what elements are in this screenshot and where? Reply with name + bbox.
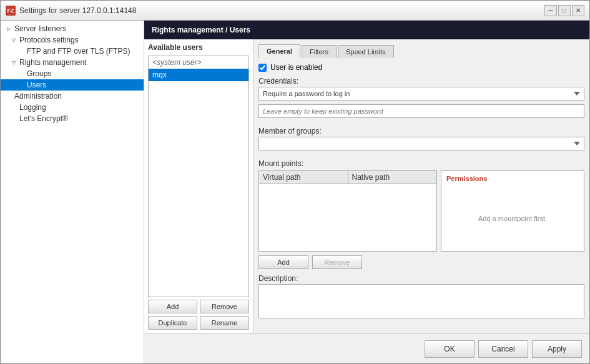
users-panel: Available users <system user> mqx Add Re… — [144, 39, 253, 333]
sidebar-label: Rights management — [19, 58, 86, 67]
expand-arrow — [11, 104, 17, 111]
credentials-section: Credentials: Require a password to log i… — [258, 77, 584, 122]
credentials-dropdown[interactable]: Require a password to log in No password… — [258, 87, 584, 101]
sidebar-item-groups[interactable]: Groups — [1, 68, 144, 79]
sidebar-label: Protocols settings — [19, 36, 79, 44]
title-bar: FZ Settings for server 127.0.0.1:14148 ─… — [1, 1, 589, 21]
expand-arrow: ▽ — [11, 59, 17, 66]
mount-table[interactable]: Virtual path Native path — [258, 170, 437, 252]
permissions-box: Permissions Add a mountpoint first. — [441, 170, 584, 252]
mount-table-area: Virtual path Native path Permissions Add… — [258, 170, 584, 252]
credentials-label: Credentials: — [258, 77, 584, 86]
user-enabled-label: User is enabled — [270, 63, 322, 72]
description-section: Description: — [258, 274, 584, 320]
sidebar-item-users[interactable]: Users — [1, 79, 144, 91]
apply-button[interactable]: Apply — [532, 340, 582, 358]
system-user-item[interactable]: <system user> — [149, 56, 248, 69]
expand-arrow: ▽ — [11, 37, 17, 43]
description-label: Description: — [258, 274, 584, 283]
app-icon: FZ — [6, 6, 16, 16]
sidebar-label: Let's Encrypt® — [19, 114, 68, 123]
panel-header: Rights management / Users — [144, 21, 589, 39]
sidebar-item-ftp-ftps[interactable]: FTP and FTP over TLS (FTPS) — [1, 46, 144, 57]
sidebar-label: Logging — [19, 103, 46, 112]
tab-filters[interactable]: Filters — [302, 45, 337, 58]
member-groups-dropdown[interactable] — [258, 137, 584, 150]
users-list[interactable]: <system user> mqx — [148, 56, 249, 297]
add-mount-button[interactable]: Add — [258, 255, 308, 269]
rights-panel: General Filters Speed Limits User is ena… — [253, 39, 589, 333]
expand-arrow — [6, 93, 12, 99]
footer: OK Cancel Apply — [144, 333, 589, 363]
main-panel: Rights management / Users Available user… — [144, 21, 589, 363]
expand-arrow — [18, 71, 24, 77]
sidebar-item-rights-management[interactable]: ▽ Rights management — [1, 57, 144, 68]
title-bar-controls: ─ □ ✕ — [544, 5, 584, 16]
add-user-button[interactable]: Add — [148, 300, 197, 313]
sidebar-item-administration[interactable]: Administration — [1, 91, 144, 102]
cancel-button[interactable]: Cancel — [478, 340, 528, 358]
add-mountpoint-hint: Add a mountpoint first. — [444, 215, 581, 222]
sidebar-label: Administration — [14, 92, 62, 101]
remove-user-button[interactable]: Remove — [200, 300, 249, 313]
mount-points-label: Mount points: — [258, 159, 584, 168]
native-path-col: Native path — [348, 171, 437, 184]
content-area: ▷ Server listeners ▽ Protocols settings … — [1, 21, 589, 363]
mount-section: Mount points: Virtual path Native path P… — [258, 159, 584, 269]
sidebar-label: Server listeners — [14, 24, 66, 33]
remove-mount-button[interactable]: Remove — [312, 255, 362, 269]
member-groups-section: Member of groups: — [258, 127, 584, 154]
user-item-mqx[interactable]: mqx — [149, 69, 248, 81]
main-window: FZ Settings for server 127.0.0.1:14148 ─… — [0, 0, 590, 364]
sidebar-label: FTP and FTP over TLS (FTPS) — [27, 47, 130, 56]
rename-user-button[interactable]: Rename — [200, 316, 249, 330]
users-buttons-row-2: Duplicate Rename — [148, 316, 249, 330]
sidebar-item-logging[interactable]: Logging — [1, 102, 144, 113]
available-users-label: Available users — [148, 43, 249, 52]
virtual-path-col: Virtual path — [259, 171, 348, 184]
ok-button[interactable]: OK — [425, 340, 474, 358]
panel-header-text: Rights management / Users — [152, 26, 250, 34]
expand-arrow — [11, 116, 17, 122]
tabs-container: General Filters Speed Limits — [258, 44, 584, 58]
sidebar-item-lets-encrypt[interactable]: Let's Encrypt® — [1, 113, 144, 124]
tab-general[interactable]: General — [258, 44, 300, 58]
user-enabled-row: User is enabled — [258, 63, 584, 72]
sidebar-item-protocols-settings[interactable]: ▽ Protocols settings — [1, 34, 144, 46]
password-field[interactable] — [258, 104, 584, 118]
maximize-button[interactable]: □ — [558, 5, 571, 16]
users-buttons: Add Remove Duplicate Rename — [148, 300, 249, 330]
mount-buttons: Add Remove — [258, 255, 584, 269]
mount-table-header: Virtual path Native path — [259, 171, 436, 184]
expand-arrow — [18, 82, 24, 88]
sidebar-item-server-listeners[interactable]: ▷ Server listeners — [1, 23, 144, 34]
user-enabled-section: User is enabled — [258, 63, 584, 72]
window-title: Settings for server 127.0.0.1:14148 — [19, 6, 136, 15]
sidebar: ▷ Server listeners ▽ Protocols settings … — [1, 21, 144, 363]
title-bar-left: FZ Settings for server 127.0.0.1:14148 — [6, 6, 136, 16]
close-button[interactable]: ✕ — [572, 5, 584, 16]
sidebar-label: Groups — [27, 69, 51, 78]
member-groups-label: Member of groups: — [258, 127, 584, 135]
expand-arrow: ▷ — [6, 26, 12, 32]
tab-speed-limits[interactable]: Speed Limits — [338, 45, 394, 58]
minimize-button[interactable]: ─ — [544, 5, 557, 16]
permissions-label: Permissions — [444, 174, 581, 184]
users-buttons-row-1: Add Remove — [148, 300, 249, 313]
panel-body: Available users <system user> mqx Add Re… — [144, 39, 589, 333]
duplicate-user-button[interactable]: Duplicate — [148, 316, 197, 330]
description-field[interactable] — [258, 284, 584, 318]
user-enabled-checkbox[interactable] — [258, 64, 267, 72]
expand-arrow — [18, 48, 24, 54]
sidebar-label: Users — [27, 81, 46, 89]
